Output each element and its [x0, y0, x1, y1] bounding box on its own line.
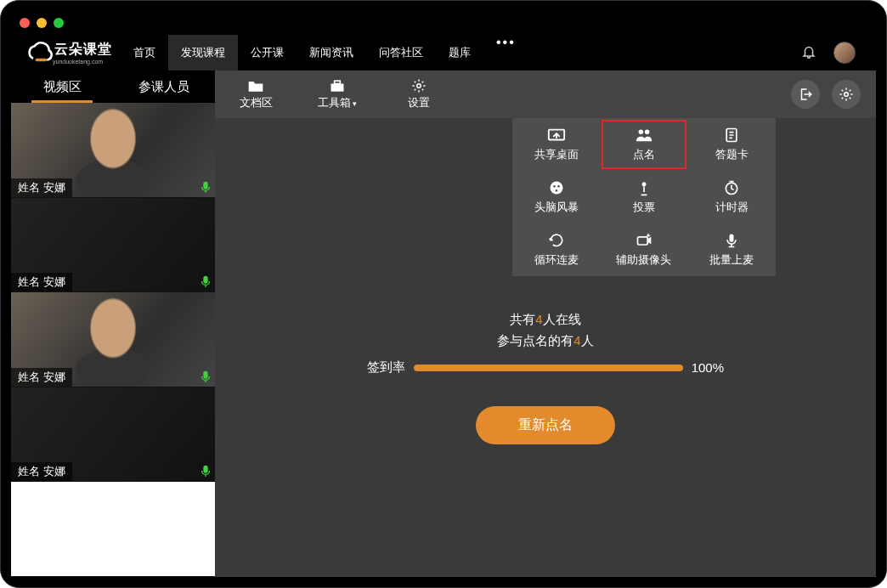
participant-name: 姓名 安娜 — [11, 273, 72, 291]
online-count-line: 共有4人在线 — [510, 312, 580, 328]
retry-rollcall-button[interactable]: 重新点名 — [476, 406, 615, 444]
mic-on-icon — [200, 370, 212, 383]
svg-rect-1 — [203, 276, 207, 284]
logo: 云朵课堂 yunduoketang.com — [24, 41, 112, 65]
video-tile-empty — [11, 482, 215, 577]
attendance-rate-row: 签到率 100% — [367, 359, 724, 376]
nav-qa-community[interactable]: 问答社区 — [366, 35, 436, 71]
svg-rect-4 — [331, 84, 344, 92]
nav-public-class[interactable]: 公开课 — [238, 35, 297, 71]
app-root: 云朵课堂 yunduoketang.com 首页 发现课程 公开课 新闻资讯 问… — [11, 35, 876, 577]
rate-percent: 100% — [692, 360, 724, 375]
user-avatar[interactable] — [833, 42, 856, 64]
exit-button[interactable] — [791, 80, 820, 109]
workspace: 视频区 参课人员 姓名 安娜 姓名 安娜 — [11, 71, 876, 577]
tool-toolbox-label: 工具箱 — [318, 95, 358, 110]
tool-docs-label: 文档区 — [240, 95, 273, 110]
top-nav: 云朵课堂 yunduoketang.com 首页 发现课程 公开课 新闻资讯 问… — [11, 35, 876, 71]
participant-name: 姓名 安娜 — [11, 368, 72, 387]
video-tile[interactable]: 姓名 安娜 — [11, 103, 215, 198]
cloud-icon — [24, 41, 53, 65]
rate-label: 签到率 — [367, 359, 405, 376]
main-toolbar: 文档区 工具箱 设置 — [215, 71, 876, 118]
exit-icon — [798, 87, 813, 102]
main-area: 文档区 工具箱 设置 — [215, 71, 876, 577]
tab-video-area[interactable]: 视频区 — [11, 71, 113, 103]
close-icon[interactable] — [20, 18, 30, 28]
rate-progress-fill — [414, 365, 683, 371]
folder-icon — [247, 78, 264, 93]
nav-discover-courses[interactable]: 发现课程 — [168, 35, 238, 71]
nav-more[interactable]: ••• — [483, 35, 528, 71]
gear-icon — [410, 78, 427, 93]
svg-rect-3 — [203, 466, 207, 473]
participant-name: 姓名 安娜 — [11, 462, 72, 481]
tool-docs[interactable]: 文档区 — [215, 71, 297, 118]
settings-button[interactable] — [832, 80, 861, 109]
tab-participants[interactable]: 参课人员 — [113, 71, 215, 103]
video-list: 姓名 安娜 姓名 安娜 姓名 安娜 — [11, 103, 215, 577]
video-tile[interactable]: 姓名 安娜 — [11, 198, 215, 293]
toolbar-right — [791, 71, 876, 118]
svg-point-7 — [845, 93, 849, 97]
tool-settings-label: 设置 — [408, 95, 430, 110]
logo-text: 云朵课堂 — [54, 42, 112, 56]
nav-question-bank[interactable]: 题库 — [436, 35, 483, 71]
maximize-icon[interactable] — [54, 18, 64, 28]
logo-subtext: yunduoketang.com — [53, 59, 112, 65]
tool-settings[interactable]: 设置 — [378, 71, 460, 118]
mic-on-icon — [200, 180, 212, 194]
notifications-icon[interactable] — [801, 43, 816, 62]
left-panel: 视频区 参课人员 姓名 安娜 姓名 安娜 — [11, 71, 215, 577]
svg-rect-5 — [335, 81, 341, 83]
svg-point-6 — [417, 84, 421, 88]
window-controls — [20, 18, 64, 28]
nav-news[interactable]: 新闻资讯 — [297, 35, 366, 71]
app-window: 云朵课堂 yunduoketang.com 首页 发现课程 公开课 新闻资讯 问… — [0, 0, 887, 588]
toolbox-icon — [329, 78, 346, 93]
minimize-icon[interactable] — [37, 18, 47, 28]
mic-on-icon — [200, 274, 212, 288]
svg-rect-2 — [203, 371, 207, 379]
mic-on-icon — [200, 464, 212, 478]
tool-toolbox[interactable]: 工具箱 — [297, 71, 378, 118]
joined-count-line: 参与点名的有4人 — [497, 333, 593, 349]
rollcall-stats: 共有4人在线 参与点名的有4人 签到率 100% 重新点名 — [215, 312, 876, 444]
svg-rect-0 — [203, 181, 207, 189]
nav-home[interactable]: 首页 — [121, 35, 168, 71]
gear-icon — [839, 87, 854, 102]
rate-progress-bar — [414, 365, 683, 371]
nav-right — [801, 42, 867, 64]
left-tabs: 视频区 参课人员 — [11, 71, 215, 103]
nav-items: 首页 发现课程 公开课 新闻资讯 问答社区 题库 ••• — [121, 35, 528, 71]
video-tile[interactable]: 姓名 安娜 — [11, 292, 215, 387]
content-area: 共有4人在线 参与点名的有4人 签到率 100% 重新点名 — [215, 118, 876, 577]
video-tile[interactable]: 姓名 安娜 — [11, 387, 215, 483]
participant-name: 姓名 安娜 — [11, 178, 72, 197]
